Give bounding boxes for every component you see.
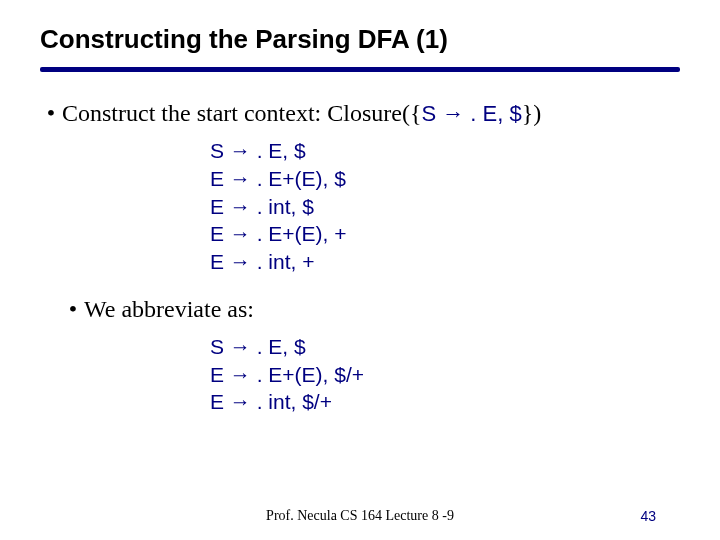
closure-row: S → . E, $ <box>210 333 680 361</box>
closure-item: S → . E, $ <box>421 101 521 126</box>
closure-row: E → . int, $/+ <box>210 388 680 416</box>
closure-items-abbrev: S → . E, $ E → . E+(E), $/+ E → . int, $… <box>210 333 680 416</box>
slide: Constructing the Parsing DFA (1) • Const… <box>0 0 720 540</box>
closure-row: E → . int, + <box>210 248 680 276</box>
bullet-construct-start-context: • Construct the start context: Closure({… <box>40 98 680 129</box>
bullet-dot-icon: • <box>62 294 84 325</box>
slide-title: Constructing the Parsing DFA (1) <box>40 24 680 55</box>
closure-row: E → . E+(E), + <box>210 220 680 248</box>
bullet-dot-icon: • <box>40 98 62 129</box>
closure-row: S → . E, $ <box>210 137 680 165</box>
page-number: 43 <box>640 508 656 524</box>
closure-items-full: S → . E, $ E → . E+(E), $ E → . int, $ E… <box>210 137 680 276</box>
closure-row: E → . E+(E), $ <box>210 165 680 193</box>
closure-row: E → . int, $ <box>210 193 680 221</box>
closure-row: E → . E+(E), $/+ <box>210 361 680 389</box>
bullet2-text: We abbreviate as: <box>84 294 680 325</box>
title-rule <box>40 67 680 72</box>
bullet1-tail: }) <box>522 100 542 126</box>
bullet1-text: Construct the start context: Closure({S … <box>62 98 680 129</box>
footer-text: Prof. Necula CS 164 Lecture 8 -9 <box>0 508 720 524</box>
bullet1-lead: Construct the start context: Closure({ <box>62 100 421 126</box>
bullet-abbreviate: • We abbreviate as: <box>62 294 680 325</box>
